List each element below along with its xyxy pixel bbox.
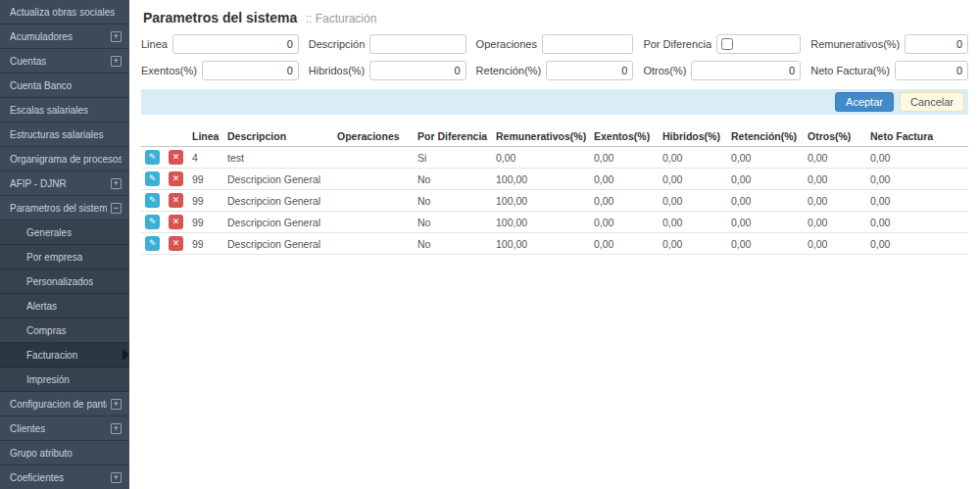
- table-cell: 0,00: [866, 212, 968, 233]
- table-cell: 0,00: [590, 233, 659, 255]
- table-cell: 4: [188, 147, 223, 169]
- edit-cell: ✎: [141, 233, 165, 255]
- hibridos-input[interactable]: [369, 61, 466, 80]
- expand-icon[interactable]: +: [111, 472, 122, 483]
- table-cell: No: [414, 233, 492, 255]
- accept-button[interactable]: Aceptar: [835, 92, 894, 112]
- field-hibridos: Hibridos(%): [309, 61, 466, 80]
- page-subtitle: :: Facturación: [306, 12, 377, 25]
- sidebar-item-coeficientes[interactable]: Coeficientes+: [0, 465, 129, 489]
- table-cell: test: [223, 147, 333, 169]
- table-cell: 99: [188, 212, 223, 233]
- sidebar-item-cuenta-banco[interactable]: Cuenta Banco: [0, 73, 129, 98]
- table-cell: 0,00: [804, 169, 866, 190]
- table-cell: [333, 147, 414, 169]
- delete-icon: ✕: [172, 152, 180, 162]
- sidebar-item-label: Facturacion: [26, 350, 77, 361]
- table-cell: 0,00: [590, 190, 659, 212]
- sidebar-item-grupo-atributo[interactable]: Grupo atributo: [0, 441, 129, 465]
- table-cell: No: [414, 212, 492, 233]
- table-cell: 0,00: [804, 233, 866, 255]
- expand-icon[interactable]: +: [111, 56, 122, 67]
- sidebar-item-afip-djnr[interactable]: AFIP - DJNR+: [0, 171, 129, 196]
- delete-button[interactable]: ✕: [169, 171, 183, 186]
- sidebar-item-compras[interactable]: Compras: [0, 318, 129, 343]
- otros-input[interactable]: [691, 61, 801, 80]
- delete-button[interactable]: ✕: [169, 150, 183, 165]
- sidebar-item-generales[interactable]: Generales: [0, 220, 129, 245]
- sidebar-item-configuracion-de-pantallas[interactable]: Configuracion de pantallas+: [0, 392, 129, 416]
- sidebar-item-escalas-salariales[interactable]: Escalas salariales: [0, 98, 129, 122]
- sidebar-item-label: Parametros del sistema: [10, 203, 107, 214]
- edit-button[interactable]: ✎: [145, 236, 160, 251]
- field-operaciones: Operaciones: [476, 34, 634, 54]
- column-header: Por Diferencia: [414, 126, 492, 147]
- table-cell: 0,00: [727, 169, 804, 190]
- column-header: Otros(%): [804, 126, 866, 147]
- neto-factura-label: Neto Factura(%): [810, 65, 890, 76]
- table-cell: 0,00: [866, 190, 968, 212]
- table-row: ✎✕4testSi0,000,000,000,000,000,00: [141, 147, 968, 169]
- sidebar-item-acumuladores[interactable]: Acumuladores+: [0, 24, 129, 49]
- field-remunerativos: Remunerativos(%): [810, 34, 968, 54]
- table-cell: [333, 169, 414, 190]
- linea-input[interactable]: [172, 34, 299, 54]
- table-cell: Si: [414, 147, 492, 169]
- sidebar-item-label: AFIP - DJNR: [10, 178, 67, 189]
- neto-factura-input[interactable]: [895, 61, 968, 80]
- delete-button[interactable]: ✕: [169, 193, 183, 208]
- por-diferencia-checkbox[interactable]: [721, 38, 733, 50]
- sidebar-item-organigrama-de-procesos[interactable]: Organigrama de procesos: [0, 147, 129, 171]
- table-body: ✎✕4testSi0,000,000,000,000,000,00✎✕99Des…: [141, 147, 968, 255]
- sidebar-item-estructuras-salariales[interactable]: Estructuras salariales: [0, 122, 129, 147]
- operaciones-input[interactable]: [542, 34, 633, 54]
- table-cell: 0,00: [804, 147, 866, 169]
- edit-button[interactable]: ✎: [145, 215, 160, 229]
- sidebar-item-impresi-n[interactable]: Impresión: [0, 367, 129, 392]
- cancel-button[interactable]: Cancelar: [900, 92, 964, 112]
- table-cell: 0,00: [727, 233, 804, 255]
- table-cell: 100,00: [492, 169, 590, 190]
- sidebar-item-alertas[interactable]: Alertas: [0, 294, 129, 318]
- sidebar-item-cuentas[interactable]: Cuentas+: [0, 49, 129, 73]
- table-cell: 0,00: [590, 147, 659, 169]
- header-edit-actions: [141, 126, 165, 147]
- sidebar-item-por-empresa[interactable]: Por empresa: [0, 245, 129, 269]
- edit-cell: ✎: [141, 169, 165, 190]
- collapse-icon[interactable]: −: [111, 203, 122, 214]
- sidebar-item-facturacion[interactable]: Facturacion: [0, 343, 129, 367]
- table-row: ✎✕99Descripcion GeneralNo100,000,000,000…: [141, 190, 968, 212]
- sidebar-item-actualiza-obras-sociales[interactable]: Actualiza obras sociales: [0, 0, 129, 24]
- exentos-input[interactable]: [202, 61, 299, 80]
- page-header: Parametros del sistema :: Facturación: [141, 0, 968, 32]
- sidebar-item-label: Grupo atributo: [10, 448, 73, 459]
- delete-button[interactable]: ✕: [169, 236, 183, 251]
- linea-label: Linea: [141, 38, 168, 50]
- sidebar-item-parametros-del-sistema[interactable]: Parametros del sistema−: [0, 196, 129, 220]
- sidebar-item-personalizados[interactable]: Personalizados: [0, 269, 129, 294]
- retencion-input[interactable]: [546, 61, 633, 80]
- table-cell: 0,00: [804, 212, 866, 233]
- hibridos-label: Hibridos(%): [309, 65, 365, 76]
- edit-button[interactable]: ✎: [145, 171, 160, 186]
- expand-icon[interactable]: +: [111, 399, 122, 410]
- column-header: Remunerativos(%): [492, 126, 590, 147]
- edit-button[interactable]: ✎: [145, 150, 160, 165]
- retencion-label: Retención(%): [476, 65, 542, 76]
- sidebar: Actualiza obras socialesAcumuladores+Cue…: [0, 0, 129, 489]
- delete-button[interactable]: ✕: [169, 215, 183, 229]
- table-cell: 0,00: [866, 233, 968, 255]
- descripcion-input[interactable]: [369, 34, 466, 54]
- operaciones-label: Operaciones: [476, 38, 537, 50]
- remunerativos-input[interactable]: [905, 34, 968, 54]
- table-cell: 0,00: [590, 169, 659, 190]
- expand-icon[interactable]: +: [111, 423, 122, 434]
- remunerativos-label: Remunerativos(%): [810, 38, 900, 50]
- expand-icon[interactable]: +: [111, 31, 122, 42]
- sidebar-item-clientes[interactable]: Clientes+: [0, 416, 129, 441]
- por-diferencia-box: [716, 34, 801, 54]
- edit-button[interactable]: ✎: [145, 193, 160, 208]
- expand-icon[interactable]: +: [111, 178, 122, 189]
- sidebar-item-label: Impresión: [26, 374, 70, 385]
- table-row: ✎✕99Descripcion GeneralNo100,000,000,000…: [141, 233, 968, 255]
